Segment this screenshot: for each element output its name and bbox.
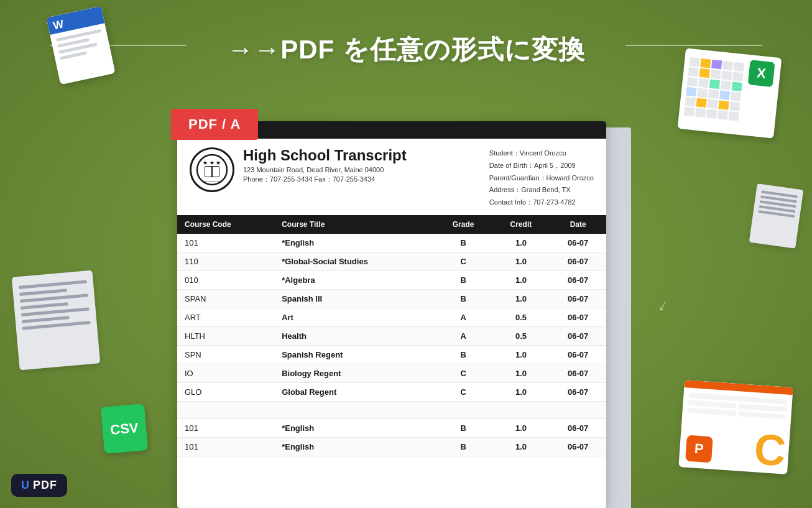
pdf-label: →PDF bbox=[254, 35, 334, 64]
cell-date: 06-07 bbox=[550, 270, 606, 289]
table-row: SPANSpanish IIIB1.006-07 bbox=[177, 289, 606, 308]
school-phone: Phone：707-255-3434 Fax：707-255-3434 bbox=[243, 175, 481, 184]
csv-label: CSV bbox=[109, 420, 139, 438]
ppt-doc-decoration: P C bbox=[678, 380, 793, 474]
cell-grade: A bbox=[435, 308, 492, 326]
cell-title: *Algebra bbox=[274, 270, 434, 289]
cell-code: ART bbox=[177, 308, 274, 326]
excel-icon-badge: X bbox=[748, 60, 775, 87]
table-row: IOBiology RegentC1.006-07 bbox=[177, 364, 606, 382]
cell-date: 06-07 bbox=[550, 234, 606, 252]
cell-code: SPN bbox=[177, 345, 274, 364]
cell-code: SPAN bbox=[177, 289, 274, 308]
c-icon-label: C bbox=[752, 425, 787, 474]
cell-title: *English bbox=[274, 234, 434, 252]
excel-cell bbox=[689, 57, 699, 67]
cell-title: *Global-Social Studies bbox=[274, 252, 434, 270]
school-title: High School Transcript bbox=[243, 147, 481, 164]
cell-credit: 1.0 bbox=[492, 270, 550, 289]
excel-cell bbox=[729, 101, 740, 111]
svg-text:★ ★ ★: ★ ★ ★ bbox=[203, 160, 221, 166]
excel-cell bbox=[721, 80, 731, 90]
cell-grade: C bbox=[435, 382, 492, 401]
table-row: 010*AlgebraB1.006-07 bbox=[177, 270, 606, 289]
cell-grade: B bbox=[435, 289, 492, 308]
cell-credit: 1.0 bbox=[492, 382, 550, 401]
excel-cell bbox=[718, 100, 729, 110]
c-icon: C bbox=[753, 427, 787, 473]
main-document-wrapper: PDF / A ★ ★ ★ ————— bbox=[177, 109, 625, 508]
cell-code: 110 bbox=[177, 252, 274, 270]
school-logo-svg: ★ ★ ★ ————— bbox=[196, 154, 228, 186]
cell-date: 06-07 bbox=[550, 364, 606, 382]
student-address: Address：Grand Bend, TX bbox=[489, 184, 594, 196]
excel-cell bbox=[686, 87, 696, 97]
cell-title: Spanish Regent bbox=[274, 345, 434, 364]
cell-date: 06-07 bbox=[550, 418, 606, 437]
cell-code: 101 bbox=[177, 234, 274, 252]
school-info-section: ★ ★ ★ ————— High School Transcript 123 M… bbox=[177, 139, 606, 215]
cell-credit: 1.0 bbox=[492, 364, 550, 382]
cell-credit: 1.0 bbox=[492, 234, 550, 252]
excel-cell bbox=[717, 110, 728, 120]
cell-title: Health bbox=[274, 326, 434, 345]
school-name-section: High School Transcript 123 Mountain Road… bbox=[243, 147, 481, 184]
cell-code: 101 bbox=[177, 418, 274, 437]
excel-doc-decoration: X bbox=[678, 48, 782, 138]
table-row-empty bbox=[177, 401, 606, 418]
excel-cell bbox=[732, 81, 742, 91]
excel-grid bbox=[684, 57, 744, 121]
cell-credit: 1.0 bbox=[492, 289, 550, 308]
cell-grade: A bbox=[435, 326, 492, 345]
main-document: ★ ★ ★ ————— High School Transcript 123 M… bbox=[177, 121, 606, 508]
cell-code: 101 bbox=[177, 437, 274, 456]
cell-grade: B bbox=[435, 437, 492, 456]
cell-credit: 1.0 bbox=[492, 345, 550, 364]
col-grade: Grade bbox=[435, 215, 492, 234]
excel-cell bbox=[721, 71, 732, 81]
cell-date: 06-07 bbox=[550, 308, 606, 326]
arrow-icon: → bbox=[227, 35, 254, 64]
col-course-code: Course Code bbox=[177, 215, 274, 234]
cell-title: *English bbox=[274, 418, 434, 437]
cell-date: 06-07 bbox=[550, 437, 606, 456]
paper-lines bbox=[12, 270, 98, 344]
table-row: ARTArtA0.506-07 bbox=[177, 308, 606, 326]
table-row: 101*EnglishB1.006-07 bbox=[177, 437, 606, 456]
cell-grade: B bbox=[435, 345, 492, 364]
excel-cell bbox=[731, 91, 741, 101]
cell-date: 06-07 bbox=[550, 382, 606, 401]
cell-code: 010 bbox=[177, 270, 274, 289]
cell-date: 06-07 bbox=[550, 326, 606, 345]
cell-grade: B bbox=[435, 234, 492, 252]
cell-title: Art bbox=[274, 308, 434, 326]
transcript-table: Course Code Course Title Grade Credit Da… bbox=[177, 215, 606, 456]
table-row: 101*EnglishB1.006-07 bbox=[177, 234, 606, 252]
excel-cell bbox=[706, 109, 717, 119]
excel-cell bbox=[709, 80, 720, 90]
pdfa-label: PDF / A bbox=[188, 116, 241, 132]
cell-code: GLO bbox=[177, 382, 274, 401]
student-info: Student：Vincent Orozco Date of Birth：Apr… bbox=[489, 147, 594, 209]
cell-grade: C bbox=[435, 364, 492, 382]
excel-cell bbox=[734, 62, 744, 72]
col-date: Date bbox=[550, 215, 606, 234]
cell-date: 06-07 bbox=[550, 345, 606, 364]
excel-cell bbox=[684, 107, 694, 117]
title-suffix: を任意の形式に変換 bbox=[343, 35, 585, 64]
table-header: Course Code Course Title Grade Credit Da… bbox=[177, 215, 606, 234]
table-row: HLTHHealthA0.506-07 bbox=[177, 326, 606, 345]
doc-lines bbox=[56, 29, 106, 63]
school-address: 123 Mountain Road, Dead River, Maine 040… bbox=[243, 166, 481, 173]
excel-cell bbox=[732, 72, 743, 81]
student-dob: Date of Birth：April 5，2009 bbox=[489, 160, 594, 172]
cell-grade: B bbox=[435, 418, 492, 437]
excel-cell bbox=[711, 60, 722, 70]
updf-text: PDF bbox=[33, 479, 57, 492]
svg-rect-3 bbox=[205, 167, 211, 177]
excel-cell bbox=[695, 108, 706, 118]
excel-cell bbox=[722, 61, 733, 71]
word-icon: W bbox=[52, 17, 65, 32]
cell-grade: B bbox=[435, 270, 492, 289]
pdfa-badge: PDF / A bbox=[171, 109, 258, 140]
